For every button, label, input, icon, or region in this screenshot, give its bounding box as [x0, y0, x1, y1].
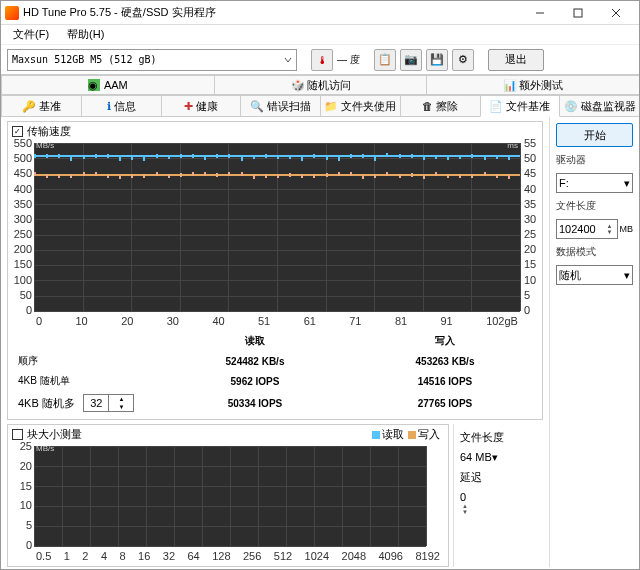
- maximize-button[interactable]: [559, 2, 597, 24]
- filelen-unit: MB: [620, 224, 634, 234]
- menu-help[interactable]: 帮助(H): [63, 27, 108, 42]
- thread-spinner[interactable]: 32▲▼: [83, 394, 134, 412]
- filelen2-select[interactable]: 64 MB▾: [460, 451, 537, 464]
- menu-file[interactable]: 文件(F): [9, 27, 53, 42]
- delay-input[interactable]: 0▲▼: [460, 491, 537, 515]
- tab-errorscan[interactable]: 🔍错误扫描: [240, 95, 321, 117]
- blocksize-title: 块大小测量: [27, 427, 364, 442]
- drive-select-value: Maxsun 512GB M5 (512 gB): [12, 54, 284, 65]
- legend: 读取 写入: [368, 427, 444, 442]
- window-title: HD Tune Pro 5.75 - 硬盘/SSD 实用程序: [23, 5, 521, 20]
- svg-rect-1: [574, 9, 582, 17]
- tab-erase[interactable]: 🗑擦除: [400, 95, 481, 117]
- pattern-select[interactable]: 随机▾: [556, 265, 633, 285]
- exit-button[interactable]: 退出: [488, 49, 544, 71]
- tab-folder[interactable]: 📁文件夹使用: [320, 95, 401, 117]
- table-row: 4KB 随机单5962 IOPS14516 IOPS: [10, 371, 540, 391]
- driver-select[interactable]: F:▾: [556, 173, 633, 193]
- table-row: 4KB 随机多 32▲▼50334 IOPS27765 IOPS: [10, 391, 540, 415]
- tab-extra[interactable]: 📊额外测试: [426, 75, 640, 94]
- transfer-title: 传输速度: [27, 124, 71, 139]
- chevron-down-icon: [284, 56, 292, 64]
- minimize-button[interactable]: [521, 2, 559, 24]
- screenshot-button[interactable]: 📷: [400, 49, 422, 71]
- tab-filebench[interactable]: 📄文件基准: [480, 95, 561, 117]
- temperature-button[interactable]: 🌡: [311, 49, 333, 71]
- tab-random[interactable]: 🎲随机访问: [214, 75, 428, 94]
- tab-benchmark[interactable]: 🔑基准: [1, 95, 82, 117]
- transfer-chart: MB/s ms: [34, 143, 520, 311]
- filelen-label: 文件长度: [556, 199, 633, 213]
- save-button[interactable]: 💾: [426, 49, 448, 71]
- tab-aam[interactable]: ◉AAM: [1, 75, 215, 94]
- start-button[interactable]: 开始: [556, 123, 633, 147]
- filelen2-label: 文件长度: [460, 430, 537, 445]
- close-button[interactable]: [597, 2, 635, 24]
- tab-diskmon[interactable]: 💿磁盘监视器: [559, 95, 640, 117]
- drive-select[interactable]: Maxsun 512GB M5 (512 gB): [7, 49, 297, 71]
- blocksize-checkbox[interactable]: [12, 429, 23, 440]
- temp-dash: — 度: [337, 53, 360, 67]
- delay-label: 延迟: [460, 470, 537, 485]
- blocksize-chart: MB/s: [34, 446, 426, 546]
- transfer-checkbox[interactable]: ✓: [12, 126, 23, 137]
- tab-health[interactable]: ✚健康: [161, 95, 242, 117]
- filelen-input[interactable]: 102400▲▼: [556, 219, 618, 239]
- pattern-label: 数据模式: [556, 245, 633, 259]
- table-row: 顺序524482 KB/s453263 KB/s: [10, 351, 540, 371]
- tab-info[interactable]: ℹ信息: [81, 95, 162, 117]
- results-table: 读取写入 顺序524482 KB/s453263 KB/s 4KB 随机单596…: [10, 331, 540, 415]
- copy-button[interactable]: 📋: [374, 49, 396, 71]
- app-icon: [5, 6, 19, 20]
- driver-label: 驱动器: [556, 153, 633, 167]
- options-button[interactable]: ⚙: [452, 49, 474, 71]
